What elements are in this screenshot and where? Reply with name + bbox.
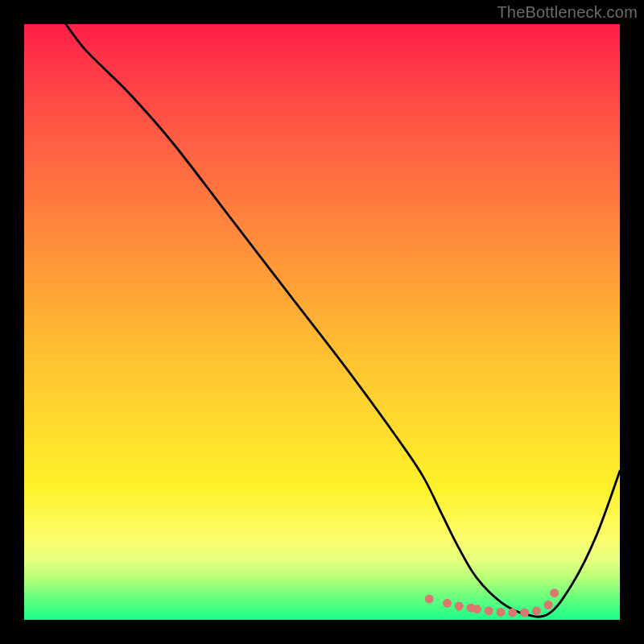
marker-dot — [497, 608, 506, 617]
marker-dot — [425, 595, 434, 604]
marker-dot — [544, 601, 553, 609]
marker-dot — [473, 605, 481, 613]
marker-dot — [455, 601, 464, 610]
plot-area — [24, 24, 620, 620]
marker-dot — [532, 606, 541, 615]
low-bottleneck-markers — [24, 24, 620, 620]
marker-dot — [443, 599, 452, 608]
marker-dot — [520, 609, 529, 617]
marker-dot — [550, 588, 559, 597]
watermark-text: TheBottleneck.com — [497, 3, 638, 22]
marker-dot — [508, 609, 517, 617]
marker-dot — [485, 606, 493, 615]
